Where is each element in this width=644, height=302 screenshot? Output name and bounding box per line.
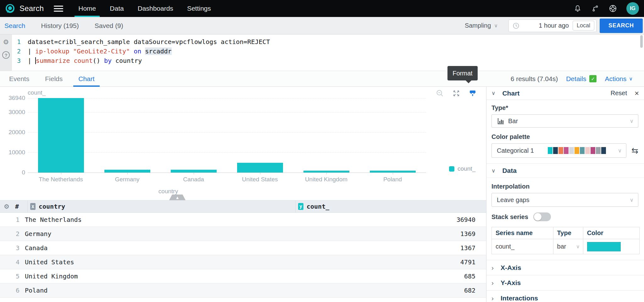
zoom-out-icon[interactable] bbox=[436, 89, 444, 97]
sampling-dropdown[interactable]: Sampling ∨ bbox=[465, 22, 498, 29]
app-title: Search bbox=[19, 4, 44, 13]
panel-header: ∨ Chart Reset × bbox=[486, 87, 644, 100]
x-tick-mark bbox=[260, 173, 260, 174]
palette-swatch bbox=[580, 147, 585, 154]
query-editor[interactable]: ⚙ ? 1dataset=cribl_search_sample dataSou… bbox=[0, 35, 644, 71]
row-number: 6 bbox=[0, 287, 19, 294]
table-row[interactable]: 3Canada1367 bbox=[0, 241, 486, 255]
row-number: 1 bbox=[0, 216, 19, 223]
top-nav: Search HomeDataDashboardsSettings IG bbox=[0, 0, 644, 17]
expand-chart-icon[interactable] bbox=[452, 89, 460, 97]
subheader-right: Sampling ∨ 1 hour ago Local SEARCH bbox=[465, 19, 643, 33]
gridline bbox=[28, 98, 426, 98]
series-table-header: Series nameTypeColor bbox=[492, 227, 640, 239]
results-tab-fields[interactable]: Fields bbox=[40, 71, 68, 86]
chevron-right-icon: › bbox=[491, 294, 494, 302]
chart-resize-handle[interactable]: ▲ bbox=[169, 195, 186, 200]
results-tab-chart[interactable]: Chart bbox=[73, 71, 99, 86]
palette-swatch bbox=[553, 147, 558, 154]
table-row[interactable]: 6Poland682 bbox=[0, 283, 486, 298]
format-brush-icon[interactable] bbox=[469, 89, 477, 97]
chart-type-select[interactable]: Bar ∨ bbox=[491, 114, 638, 128]
section-x-axis[interactable]: ›X-Axis bbox=[486, 260, 644, 275]
editor-settings-gear-icon[interactable]: ⚙ bbox=[3, 39, 9, 46]
search-subheader: SearchHistory (195)Saved (9) Sampling ∨ … bbox=[0, 17, 644, 35]
close-panel-icon[interactable]: × bbox=[635, 90, 639, 97]
color-palette-select[interactable]: Categorical 1 ∨ bbox=[491, 143, 626, 158]
nav-item-home[interactable]: Home bbox=[71, 0, 103, 17]
table-row[interactable]: 1The Netherlands36940 bbox=[0, 213, 486, 227]
chevron-down-icon: ∨ bbox=[630, 197, 634, 203]
editor-scrollbar[interactable] bbox=[640, 35, 643, 48]
palette-label: Color palette bbox=[491, 133, 638, 140]
nav-item-settings[interactable]: Settings bbox=[180, 0, 218, 17]
column-header-country[interactable]: x country bbox=[28, 200, 296, 212]
topnav-right: IG bbox=[574, 0, 644, 17]
series-type-select[interactable]: bar∨ bbox=[557, 243, 583, 250]
cell-count: 4791 bbox=[290, 258, 486, 266]
help-wheel-icon[interactable] bbox=[609, 4, 617, 13]
time-range-value: 1 hour ago bbox=[539, 22, 573, 29]
details-status-checkbox[interactable]: ✓ bbox=[589, 75, 597, 82]
bar-the-netherlands[interactable] bbox=[38, 98, 84, 173]
details-label: Details bbox=[566, 75, 586, 83]
table-row[interactable]: 5United Kingdom685 bbox=[0, 269, 486, 283]
cell-count: 36940 bbox=[290, 216, 486, 223]
table-settings-gear-icon[interactable]: ⚙ bbox=[4, 203, 9, 210]
column-name: count_ bbox=[307, 203, 329, 210]
bar-germany[interactable] bbox=[104, 170, 150, 173]
series-header-color: Color bbox=[583, 227, 639, 239]
section-interactions[interactable]: ›Interactions bbox=[486, 291, 644, 302]
nav-item-dashboards[interactable]: Dashboards bbox=[131, 0, 180, 17]
subheader-tab-history-195[interactable]: History (195) bbox=[41, 22, 79, 30]
stack-series-toggle[interactable] bbox=[533, 212, 551, 221]
brand[interactable]: Search bbox=[0, 0, 49, 17]
chevron-down-icon[interactable]: ∨ bbox=[491, 90, 495, 96]
token: dataset=cribl_search_sample dataSource=v… bbox=[28, 38, 270, 46]
palette-swatch bbox=[601, 147, 606, 154]
time-range-picker[interactable]: 1 hour ago Local bbox=[508, 19, 597, 32]
y-tick-label: 36940 bbox=[4, 95, 25, 102]
line-code: dataset=cribl_search_sample dataSource=v… bbox=[28, 37, 270, 47]
collapsed-sections: ›X-Axis›Y-Axis›Interactions bbox=[486, 260, 644, 302]
table-row[interactable]: 2Germany1369 bbox=[0, 227, 486, 241]
data-section-header[interactable]: ∨ Data bbox=[486, 163, 644, 178]
series-color-swatch[interactable] bbox=[587, 242, 621, 251]
column-header-count[interactable]: y count_ bbox=[296, 200, 486, 212]
y-tick-label: 30000 bbox=[4, 109, 25, 116]
editor-gutter: ⚙ ? bbox=[0, 35, 12, 71]
bar-canada[interactable] bbox=[171, 170, 217, 173]
details-link[interactable]: Details ✓ bbox=[566, 75, 597, 83]
notifications-bell-icon[interactable] bbox=[574, 4, 582, 13]
palette-swatch bbox=[564, 147, 569, 154]
y-axis-title: count_ bbox=[28, 89, 46, 96]
editor-code-area[interactable]: 1dataset=cribl_search_sample dataSource=… bbox=[12, 35, 644, 71]
main-nav: HomeDataDashboardsSettings bbox=[71, 0, 218, 17]
editor-help-icon[interactable]: ? bbox=[2, 51, 10, 59]
swap-colors-icon[interactable]: ⇆ bbox=[631, 146, 638, 155]
results-tab-events[interactable]: Events bbox=[4, 71, 34, 86]
actions-dropdown[interactable]: Actions ∨ bbox=[605, 75, 633, 83]
gridline bbox=[28, 132, 426, 133]
nav-item-data[interactable]: Data bbox=[103, 0, 130, 17]
table-row[interactable]: 4United States4791 bbox=[0, 255, 486, 269]
reset-button[interactable]: Reset bbox=[611, 90, 627, 97]
legend-item-count[interactable]: count_ bbox=[449, 165, 475, 172]
interpolation-select[interactable]: Leave gaps ∨ bbox=[491, 193, 638, 207]
editor-line: 3| summarize count() by country bbox=[12, 56, 644, 65]
x-tick-label: Canada bbox=[160, 176, 227, 183]
timezone-local-button[interactable]: Local bbox=[573, 21, 594, 30]
search-button[interactable]: SEARCH bbox=[600, 19, 643, 33]
hamburger-menu-icon[interactable] bbox=[54, 0, 63, 17]
subheader-tab-saved-9[interactable]: Saved (9) bbox=[95, 22, 123, 30]
pipeline-branch-icon[interactable] bbox=[591, 4, 599, 13]
series-table: Series nameTypeColor count_bar∨ bbox=[491, 227, 640, 254]
y-tick-label: 10000 bbox=[4, 149, 25, 156]
token: | bbox=[28, 47, 35, 55]
gridline bbox=[28, 173, 426, 173]
bar-united-states[interactable] bbox=[237, 163, 283, 173]
stack-series-row: Stack series bbox=[491, 212, 638, 221]
section-y-axis[interactable]: ›Y-Axis bbox=[486, 275, 644, 291]
subheader-tab-search[interactable]: Search bbox=[4, 22, 25, 30]
user-avatar[interactable]: IG bbox=[626, 2, 639, 15]
